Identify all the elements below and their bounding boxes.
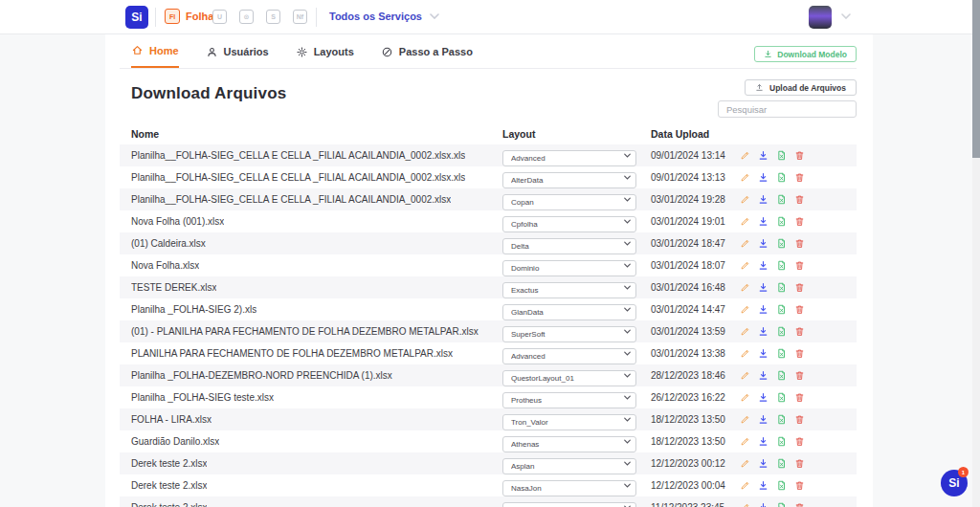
layout-select[interactable]: Exactus [502, 282, 636, 298]
delete-button[interactable] [794, 370, 805, 381]
export-excel-button[interactable] [776, 502, 787, 507]
services-dropdown[interactable]: Todos os Serviços [329, 11, 439, 22]
tab-passo-a-passo[interactable]: Passo a Passo [381, 42, 473, 69]
delete-button[interactable] [794, 458, 805, 469]
upload-arquivos-button[interactable]: Upload de Arquivos [745, 79, 857, 96]
download-button[interactable] [758, 194, 768, 205]
layout-select[interactable]: Cpfolha [502, 216, 636, 232]
download-button[interactable] [758, 458, 768, 469]
layout-select[interactable]: Copan [502, 194, 636, 210]
download-modelo-button[interactable]: Download Modelo [754, 46, 857, 62]
layout-select[interactable]: AlterData [502, 172, 636, 188]
delete-button[interactable] [794, 216, 805, 227]
export-excel-button[interactable] [776, 480, 787, 491]
search-input[interactable] [718, 100, 857, 118]
tab-usuarios[interactable]: Usuários [206, 42, 269, 69]
layout-select[interactable]: Delta [502, 238, 636, 254]
layout-select[interactable]: Athenas [502, 436, 636, 452]
service-u-icon[interactable]: U [212, 10, 227, 24]
export-excel-button[interactable] [776, 414, 787, 425]
app-logo[interactable]: Si [125, 6, 148, 29]
edit-button[interactable] [740, 194, 750, 205]
edit-button[interactable] [740, 392, 750, 403]
export-excel-button[interactable] [776, 326, 787, 337]
edit-button[interactable] [740, 348, 750, 359]
edit-button[interactable] [740, 172, 750, 183]
edit-button[interactable] [740, 326, 750, 337]
delete-button[interactable] [794, 238, 805, 249]
export-excel-button[interactable] [776, 436, 787, 447]
export-excel-button[interactable] [776, 238, 787, 249]
chevron-down-icon[interactable] [841, 13, 851, 19]
edit-button[interactable] [740, 414, 750, 425]
layout-select[interactable] [502, 502, 636, 507]
delete-button[interactable] [794, 436, 805, 447]
layout-select[interactable]: SuperSoft [502, 326, 636, 342]
export-excel-button[interactable] [776, 304, 787, 315]
scrollbar-thumb[interactable] [972, 0, 980, 158]
download-button[interactable] [758, 392, 768, 403]
export-excel-button[interactable] [776, 348, 787, 359]
export-excel-button[interactable] [776, 216, 787, 227]
edit-button[interactable] [740, 260, 750, 271]
download-button[interactable] [758, 348, 768, 359]
download-button[interactable] [758, 260, 768, 271]
edit-button[interactable] [740, 502, 750, 507]
download-button[interactable] [758, 502, 768, 507]
export-excel-button[interactable] [776, 150, 787, 161]
layout-select[interactable]: Tron_Valor [502, 414, 636, 430]
edit-button[interactable] [740, 304, 750, 315]
layout-select[interactable]: GlanData [502, 304, 636, 320]
edit-button[interactable] [740, 216, 750, 227]
edit-button[interactable] [740, 458, 750, 469]
download-button[interactable] [758, 216, 768, 227]
download-button[interactable] [758, 150, 768, 161]
delete-button[interactable] [794, 502, 805, 507]
delete-button[interactable] [794, 304, 805, 315]
layout-select[interactable]: Asplan [502, 458, 636, 474]
edit-button[interactable] [740, 282, 750, 293]
download-button[interactable] [758, 238, 768, 249]
delete-button[interactable] [794, 194, 805, 205]
service-folha[interactable]: Fl Folha [165, 9, 213, 24]
edit-button[interactable] [740, 150, 750, 161]
download-button[interactable] [758, 172, 768, 183]
layout-select[interactable]: Advanced [502, 348, 636, 364]
edit-button[interactable] [740, 436, 750, 447]
download-button[interactable] [758, 414, 768, 425]
service-nf-icon[interactable]: Nf [293, 10, 307, 24]
delete-button[interactable] [794, 172, 805, 183]
export-excel-button[interactable] [776, 282, 787, 293]
delete-button[interactable] [794, 282, 805, 293]
export-excel-button[interactable] [776, 194, 787, 205]
download-button[interactable] [758, 304, 768, 315]
page-scrollbar[interactable] [972, 0, 980, 507]
user-avatar[interactable] [809, 6, 832, 29]
download-button[interactable] [758, 480, 768, 491]
layout-select[interactable]: Dominio [502, 260, 636, 276]
tab-home[interactable]: Home [131, 42, 179, 69]
export-excel-button[interactable] [776, 458, 787, 469]
delete-button[interactable] [794, 414, 805, 425]
delete-button[interactable] [794, 392, 805, 403]
download-button[interactable] [758, 282, 768, 293]
download-button[interactable] [758, 436, 768, 447]
layout-select[interactable]: NasaJon [502, 480, 636, 496]
export-excel-button[interactable] [776, 172, 787, 183]
layout-select[interactable]: Protheus [502, 392, 636, 408]
delete-button[interactable] [794, 348, 805, 359]
layout-select[interactable]: QuestorLayout_01 [502, 370, 636, 386]
delete-button[interactable] [794, 260, 805, 271]
export-excel-button[interactable] [776, 260, 787, 271]
download-button[interactable] [758, 326, 768, 337]
delete-button[interactable] [794, 326, 805, 337]
export-excel-button[interactable] [776, 370, 787, 381]
service-s-icon[interactable]: S [266, 10, 280, 24]
layout-select[interactable]: Advanced [502, 150, 636, 166]
edit-button[interactable] [740, 370, 750, 381]
service-ponto-icon[interactable]: ⊙ [239, 10, 254, 24]
export-excel-button[interactable] [776, 392, 787, 403]
delete-button[interactable] [794, 150, 805, 161]
delete-button[interactable] [794, 480, 805, 491]
edit-button[interactable] [740, 238, 750, 249]
